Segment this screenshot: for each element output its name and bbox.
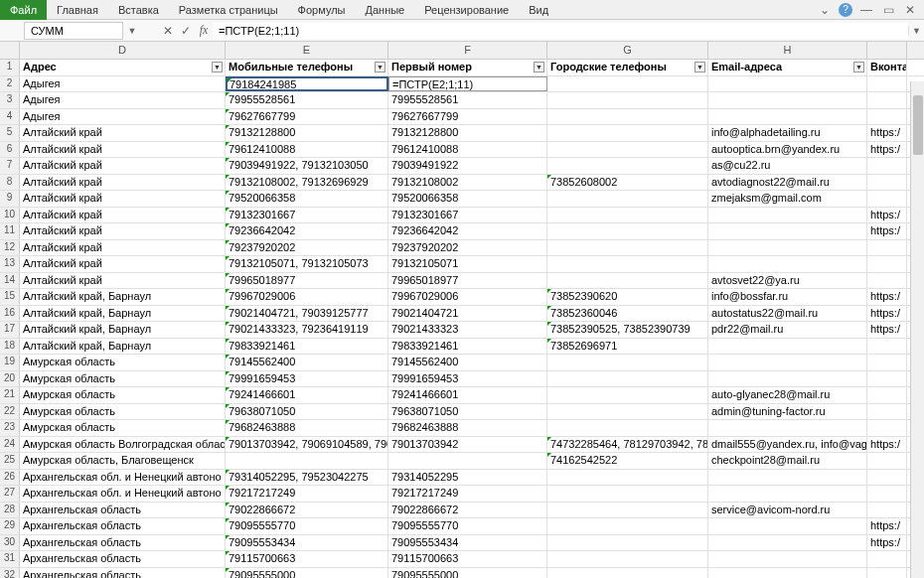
cell[interactable] [708,76,867,92]
cell[interactable]: Архангельская область [20,518,226,534]
cell[interactable]: Адыгея [20,109,226,125]
cell[interactable] [867,453,907,469]
cell[interactable]: 79627667799 [226,109,388,125]
cell[interactable]: Алтайский край, Барнаул [20,306,226,322]
cell[interactable]: 73852390525, 73852390739 [547,322,708,338]
col-header-D[interactable]: D [20,42,226,59]
cell[interactable] [708,256,867,272]
cell[interactable]: zmejaksm@gmail.com [708,191,867,207]
filter-dropdown-icon[interactable]: ▼ [212,62,223,72]
cell[interactable]: 79241466601 [388,387,547,403]
cell[interactable]: https:/ [867,535,907,551]
cell[interactable] [867,404,907,420]
cell[interactable]: Алтайский край [20,208,226,223]
cell[interactable]: Архангельская область [20,568,226,579]
cell[interactable]: Алтайский край [20,256,226,272]
menu-view[interactable]: Вид [519,1,558,19]
cell[interactable]: Алтайский край [20,175,226,191]
cell-header[interactable]: Мобильные телефоны▼ [226,60,388,75]
row-header[interactable]: 20 [0,371,20,387]
cell[interactable]: https:/ [867,208,907,223]
cell[interactable]: Адыгея [20,76,226,92]
cell[interactable]: 79314052295 [388,470,547,486]
row-header[interactable]: 3 [0,92,20,108]
cell-header[interactable]: Адрес▼ [20,60,226,75]
cell[interactable]: Алтайский край, Барнаул [20,339,226,355]
cell[interactable] [867,158,907,174]
cancel-formula-icon[interactable]: ✕ [159,24,177,38]
cell[interactable]: 79965018977 [226,273,388,289]
cell[interactable]: 79095555000 [226,568,388,579]
col-header-E[interactable]: E [226,42,388,59]
row-header[interactable]: 18 [0,339,20,355]
name-box-dropdown-icon[interactable]: ▼ [125,26,139,36]
cell[interactable]: 79132301667 [388,208,547,223]
cell[interactable]: 73852696971 [547,339,708,355]
cell[interactable]: 79132128800 [226,125,388,141]
cell[interactable]: 79022866672 [226,503,388,518]
cell[interactable] [547,518,708,534]
cell[interactable]: 79021433323, 79236419119 [226,322,388,338]
cell[interactable]: 79095555770 [226,518,388,534]
cell[interactable]: 79021433323 [388,322,547,338]
cell[interactable]: autooptica.brn@yandex.ru [708,142,867,158]
minimize-icon[interactable]: — [858,2,874,18]
cell[interactable] [708,240,867,256]
cell[interactable] [867,355,907,370]
cell[interactable]: 79991659453 [388,371,547,387]
cell[interactable] [867,503,907,518]
cell[interactable]: 79095555000 [388,568,547,579]
cell[interactable]: Архангельская область [20,503,226,518]
cell[interactable] [708,568,867,579]
cell[interactable]: 79021404721 [388,306,547,322]
row-header[interactable]: 26 [0,470,20,486]
cell[interactable] [547,535,708,551]
cell[interactable]: 73852608002 [547,175,708,191]
cell[interactable]: https:/ [867,125,907,141]
cell[interactable]: 79021404721, 79039125777 [226,306,388,322]
col-header-H[interactable]: H [708,42,867,59]
cell[interactable]: Архангельская область [20,551,226,567]
cell[interactable]: 79115700663 [388,551,547,567]
cell[interactable] [708,371,867,387]
menu-page-layout[interactable]: Разметка страницы [169,1,288,19]
cell[interactable]: 79039491922, 79132103050 [226,158,388,174]
cell[interactable]: Алтайский край [20,142,226,158]
menu-review[interactable]: Рецензирование [414,1,519,19]
row-header[interactable]: 9 [0,191,20,207]
cell[interactable]: Алтайский край [20,240,226,256]
row-header[interactable]: 19 [0,355,20,370]
cell[interactable]: Амурская область [20,355,226,370]
cell[interactable]: Адыгея [20,92,226,108]
cell[interactable] [708,420,867,436]
cell[interactable]: 79236642042 [388,223,547,239]
cell[interactable]: 79833921461 [388,339,547,355]
cell[interactable] [547,142,708,158]
cell[interactable]: Амурская область [20,371,226,387]
cell[interactable]: pdr22@mail.ru [708,322,867,338]
row-header[interactable]: 21 [0,387,20,403]
cell[interactable]: 79627667799 [388,109,547,125]
cell[interactable]: Архангельская обл. и Ненецкий автоно [20,470,226,486]
filter-dropdown-icon[interactable]: ▼ [534,62,544,72]
cell[interactable] [867,273,907,289]
cell[interactable] [547,470,708,486]
row-header[interactable]: 27 [0,486,20,502]
cell[interactable] [708,470,867,486]
scrollbar-thumb[interactable] [913,95,923,155]
cell[interactable]: Архангельская обл. и Ненецкий автоно [20,486,226,502]
cell[interactable]: Алтайский край [20,223,226,239]
row-header[interactable]: 32 [0,568,20,579]
cell[interactable]: Амурская область [20,404,226,420]
cell[interactable] [867,175,907,191]
row-header[interactable]: 2 [0,76,20,92]
cell[interactable] [867,470,907,486]
formula-expand-icon[interactable]: ▼ [908,26,924,36]
cell[interactable]: avtodiagnost22@mail.ru [708,175,867,191]
cell-header[interactable]: Первый номер▼ [388,60,547,75]
cell[interactable] [708,486,867,502]
cell[interactable] [547,125,708,141]
cell[interactable] [708,109,867,125]
cell[interactable]: 79955528561 [388,92,547,108]
cell[interactable]: 79638071050 [388,404,547,420]
